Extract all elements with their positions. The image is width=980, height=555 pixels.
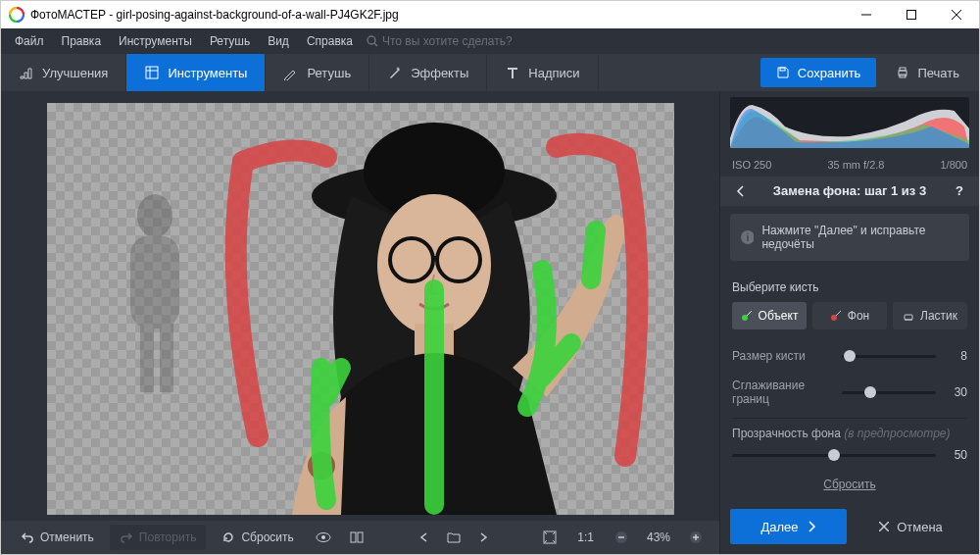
svg-rect-7 [146,67,158,78]
select-brush-label: Выберите кисть [732,280,967,294]
undo-button[interactable]: Отменить [11,525,104,550]
reset-button[interactable]: Сбросить [212,525,303,550]
window-close[interactable] [934,1,979,28]
side-panel: ISO 250 35 mm f/2.8 1/800 Замена фона: ш… [719,91,979,554]
menu-help[interactable]: Справка [299,30,361,52]
opacity-slider[interactable]: 50 [732,440,967,470]
exif-shutter: 1/800 [940,159,967,171]
svg-rect-10 [780,68,785,71]
svg-rect-15 [130,235,179,328]
zoom-out[interactable] [608,524,635,551]
eraser-icon [903,310,914,322]
print-button[interactable]: Печать [880,58,975,87]
brush-bg-icon [830,310,842,322]
prev-image[interactable] [411,524,438,551]
open-folder[interactable] [440,524,467,551]
tab-retouch[interactable]: Ретушь [266,54,369,91]
svg-point-14 [137,194,172,237]
app-icon [9,7,24,23]
fit-screen[interactable] [536,524,564,551]
opacity-hint: (в предпросмотре) [844,423,950,440]
reset-link[interactable]: Сбросить [732,470,967,503]
svg-rect-2 [907,11,916,20]
bottom-toolbar: Отменить Повторить Сбросить [1,521,719,554]
menu-retouch[interactable]: Ретушь [202,30,258,52]
main-toolbar: Улучшения Инструменты Ретушь Эффекты Над… [1,54,979,91]
tab-tools[interactable]: Инструменты [126,54,266,91]
panel-title: Замена фона: шаг 1 из 3 [758,183,942,198]
window-maximize[interactable] [889,1,934,28]
svg-rect-28 [351,532,356,542]
tab-captions[interactable]: Надписи [487,54,598,91]
brush-eraser[interactable]: Ластик [893,302,967,329]
menu-search[interactable]: Что вы хотите сделать? [367,34,513,48]
panel-help[interactable]: ? [950,183,969,198]
save-button[interactable]: Сохранить [760,58,877,87]
brush-object-icon [741,310,753,322]
image-canvas[interactable] [47,103,674,515]
preview-toggle[interactable] [310,524,337,551]
panel-header: Замена фона: шаг 1 из 3 ? [720,177,979,206]
next-button[interactable]: Далее [730,509,847,544]
window-minimize[interactable] [844,1,889,28]
menu-file[interactable]: Файл [7,30,52,52]
menu-edit[interactable]: Правка [54,30,110,52]
tab-improvements[interactable]: Улучшения [1,54,126,91]
svg-point-27 [321,535,325,539]
svg-rect-40 [905,315,912,320]
svg-text:i: i [747,231,749,243]
window-title: ФотоМАСТЕР - girl-posing-against-backgro… [30,8,844,22]
exif-iso: ISO 250 [732,159,771,171]
cancel-button[interactable]: Отмена [853,509,969,544]
menu-tools[interactable]: Инструменты [111,30,200,52]
compare-toggle[interactable] [343,524,370,551]
redo-button: Повторить [110,525,207,550]
menubar: Файл Правка Инструменты Ретушь Вид Справ… [1,28,979,54]
tab-effects[interactable]: Эффекты [369,54,487,91]
zoom-value[interactable]: 43% [641,525,676,550]
panel-back[interactable] [730,185,750,197]
svg-line-6 [374,43,377,46]
brush-size-slider[interactable]: Размер кисти 8 [732,341,967,371]
close-icon [879,522,889,531]
exif-focal: 35 mm f/2.8 [827,159,884,171]
brush-object[interactable]: Объект [732,302,807,329]
smoothing-slider[interactable]: Сглаживание границ 30 [732,371,967,414]
menu-view[interactable]: Вид [260,30,297,52]
svg-rect-29 [358,532,363,542]
zoom-1to1[interactable]: 1:1 [569,525,602,550]
canvas-viewport[interactable] [1,91,719,521]
brush-background[interactable]: Фон [812,302,887,329]
panel-hint: i Нажмите "Далее" и исправьте недочёты [730,214,969,261]
window-titlebar: ФотоМАСТЕР - girl-posing-against-backgro… [1,1,979,28]
nav-group [411,524,497,551]
zoom-in[interactable] [682,524,710,551]
svg-rect-16 [140,324,154,392]
svg-rect-12 [900,68,906,71]
svg-rect-17 [160,324,173,392]
photo-subject [47,103,674,515]
next-image[interactable] [469,524,497,551]
info-icon: i [740,229,754,245]
svg-point-5 [368,36,375,44]
opacity-label: Прозрачность фона [732,427,841,440]
histogram [720,91,979,155]
